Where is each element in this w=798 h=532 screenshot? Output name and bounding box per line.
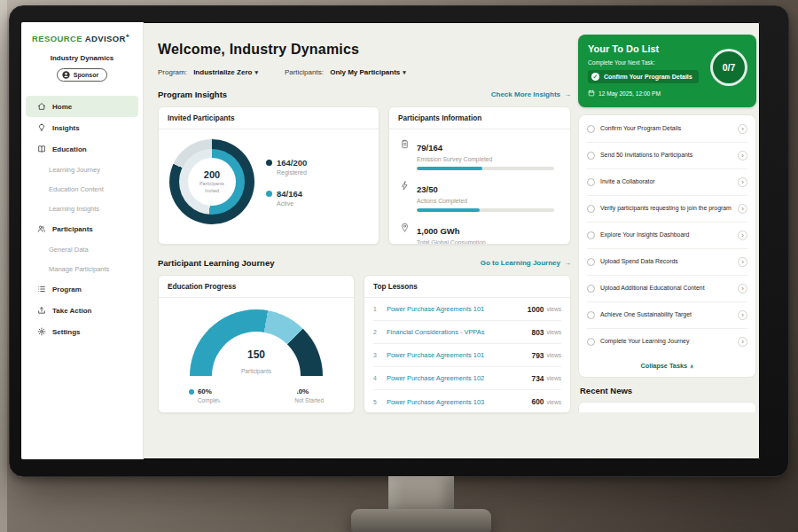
task-row[interactable]: Upload Additional Educational Content ›: [587, 276, 747, 302]
task-checkbox[interactable]: [587, 125, 595, 133]
participants-select[interactable]: Only My Participants▾: [330, 68, 406, 76]
donut-center-label: Participants Invited: [194, 181, 230, 194]
nav-label: Home: [52, 103, 72, 111]
sponsor-badge: Sponsor: [57, 68, 107, 82]
card-title: Education Progress: [159, 276, 354, 298]
task-checkbox[interactable]: [587, 258, 595, 266]
collapse-label: Collapse Tasks: [641, 362, 688, 370]
todo-progress-badge: 0/7: [710, 49, 747, 86]
sidebar-item-insights[interactable]: Insights: [26, 117, 138, 138]
lesson-rank: 2: [373, 329, 387, 335]
legend-label: Registered: [277, 169, 307, 176]
chevron-right-icon[interactable]: ›: [738, 204, 747, 214]
lesson-views: 793: [532, 351, 544, 360]
nav-label: Settings: [52, 328, 81, 336]
task-row[interactable]: Confirm Your Program Details ›: [587, 116, 747, 143]
sidebar: RESOURCE ADVISOR+ Industry Dynamics Spon…: [21, 22, 144, 459]
link-label: Check More Insights: [491, 90, 560, 98]
donut-center-value: 200: [204, 169, 220, 180]
gauge-center-label: Participants: [241, 368, 271, 374]
task-checkbox[interactable]: [587, 285, 595, 293]
chevron-right-icon[interactable]: ›: [738, 337, 747, 347]
screen: RESOURCE ADVISOR+ Industry Dynamics Spon…: [21, 22, 760, 459]
chevron-right-icon[interactable]: ›: [738, 310, 747, 320]
lesson-list: 1 Power Purchase Agreements 101 1000 vie…: [364, 298, 570, 413]
emission-survey-stat: 79/164 Emission Survey Completed: [400, 138, 559, 170]
legend-label: Active: [277, 200, 307, 207]
sidebar-item-education-content[interactable]: Education Content: [21, 179, 143, 199]
sidebar-item-home[interactable]: Home: [26, 96, 138, 117]
sidebar-item-education[interactable]: Education: [26, 138, 138, 160]
logo-advisor-text: ADVISOR: [85, 34, 126, 43]
task-checkbox[interactable]: [587, 338, 595, 346]
people-icon: [37, 224, 46, 233]
lesson-link[interactable]: Power Purchase Agreements 101: [387, 305, 528, 313]
chevron-right-icon[interactable]: ›: [738, 284, 747, 293]
task-row[interactable]: Verify participants requesting to join t…: [587, 196, 747, 223]
go-to-learning-journey-link[interactable]: Go to Learning Journey →: [481, 259, 571, 267]
org-name: Industry Dynamics: [21, 54, 143, 62]
task-row[interactable]: Achieve One Sustainability Target ›: [587, 302, 747, 329]
main-content: Welcome, Industry Dynamics Program: Indu…: [144, 22, 578, 459]
legend-dot: [266, 191, 272, 197]
sidebar-item-take-action[interactable]: Take Action: [26, 300, 138, 321]
collapse-tasks-button[interactable]: Collapse Tasks∧: [587, 355, 747, 376]
monitor-bezel: RESOURCE ADVISOR+ Industry Dynamics Spon…: [9, 5, 789, 477]
sidebar-item-learning-insights[interactable]: Learning Insights: [21, 199, 143, 218]
task-checkbox[interactable]: [587, 205, 595, 213]
arrow-right-icon: →: [564, 90, 571, 98]
check-more-insights-link[interactable]: Check More Insights →: [491, 90, 571, 98]
sidebar-item-program[interactable]: Program: [26, 278, 138, 300]
logo-resource-text: RESOURCE: [32, 34, 82, 43]
lesson-views: 734: [532, 374, 544, 383]
lesson-link[interactable]: Financial Considerations - VPPAs: [387, 328, 532, 336]
task-row[interactable]: Explore Your Insights Dashboard ›: [587, 223, 747, 249]
next-task-pill[interactable]: ✓ Confirm Your Program Details: [588, 70, 699, 83]
lesson-views: 803: [532, 328, 544, 337]
lesson-row: 5 Power Purchase Agreements 103 600 view…: [373, 390, 561, 413]
chevron-right-icon[interactable]: ›: [738, 151, 747, 160]
sidebar-item-learning-journey[interactable]: Learning Journey: [21, 160, 143, 179]
task-row[interactable]: Send 50 Invitations to Participants ›: [587, 143, 747, 169]
nav-label: Program: [52, 286, 82, 293]
task-checkbox[interactable]: [587, 311, 595, 319]
task-label: Confirm Your Program Details: [600, 125, 732, 133]
chevron-right-icon[interactable]: ›: [738, 124, 747, 134]
due-date-label: 12 May 2025, 12:00 PM: [598, 90, 661, 97]
home-icon: [37, 102, 46, 111]
task-row[interactable]: Complete Your Learning Journey ›: [587, 329, 747, 355]
chevron-right-icon[interactable]: ›: [738, 231, 747, 240]
sidebar-item-settings[interactable]: Settings: [26, 321, 138, 342]
task-checkbox[interactable]: [587, 178, 595, 186]
program-select[interactable]: Industrialize Zero▾: [193, 68, 258, 76]
gauge-center-value: 150: [190, 348, 323, 361]
sidebar-item-general-data[interactable]: General Data: [21, 239, 143, 259]
sidebar-item-participants[interactable]: Participants: [26, 218, 138, 239]
chevron-down-icon: ▾: [254, 69, 258, 75]
chevron-right-icon[interactable]: ›: [738, 257, 747, 267]
legend-value: 84/164: [277, 189, 302, 199]
stat-value: 23/50: [417, 184, 438, 194]
chevron-right-icon[interactable]: ›: [738, 177, 747, 187]
lesson-views-unit: views: [547, 352, 562, 358]
donut-legend: 164/200 Registered 84/164 Active: [266, 158, 307, 207]
task-row[interactable]: Upload Spend Data Records ›: [587, 249, 747, 276]
recent-news-card-edge: [578, 402, 756, 412]
lesson-row: 1 Power Purchase Agreements 101 1000 vie…: [373, 298, 561, 321]
lesson-link[interactable]: Power Purchase Agreements 101: [387, 351, 532, 359]
sidebar-item-manage-participants[interactable]: Manage Participants: [21, 259, 143, 278]
lesson-link[interactable]: Power Purchase Agreements 102: [387, 374, 532, 382]
todo-summary-card: Your To Do List Complete Your Next Task:…: [578, 35, 756, 107]
lesson-rank: 1: [373, 306, 387, 312]
task-label: Complete Your Learning Journey: [600, 338, 732, 346]
task-row[interactable]: Invite a Collaborator ›: [587, 169, 747, 196]
lesson-views-unit: views: [547, 399, 562, 405]
lesson-link[interactable]: Power Purchase Agreements 103: [387, 398, 532, 406]
sponsor-icon: [62, 71, 70, 79]
due-date-row: 12 May 2025, 12:00 PM: [588, 90, 747, 97]
task-checkbox[interactable]: [587, 152, 595, 160]
program-insights-header: Program Insights Check More Insights →: [158, 90, 571, 99]
task-checkbox[interactable]: [587, 231, 595, 239]
lightning-icon: [400, 181, 410, 191]
stat-label: Actions Completed: [417, 198, 559, 204]
